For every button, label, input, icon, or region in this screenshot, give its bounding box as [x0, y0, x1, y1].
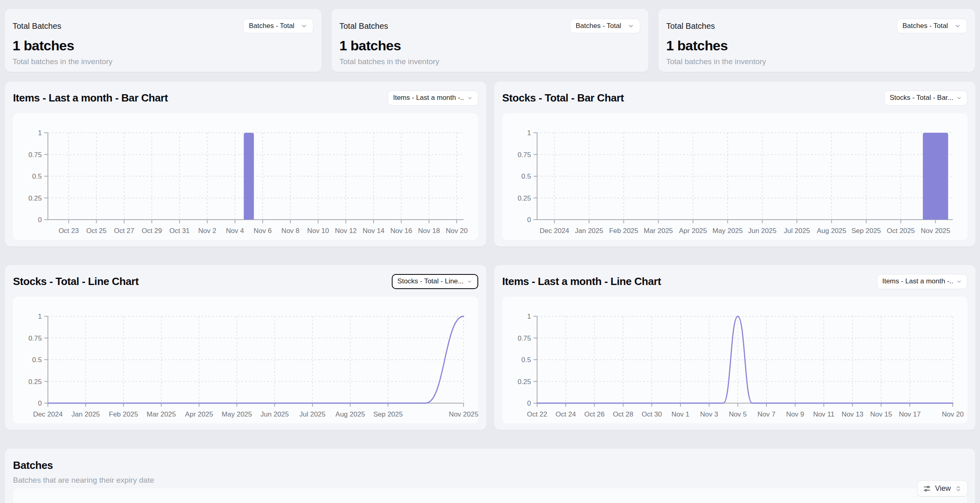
chart-card-stocks-line: Stocks - Total - Line Chart Stocks - Tot…	[5, 265, 486, 430]
svg-text:Nov 11: Nov 11	[813, 410, 835, 418]
chart-card-stocks-bar: Stocks - Total - Bar Chart Stocks - Tota…	[494, 82, 976, 246]
stat-description: Total batches in the inventory	[339, 57, 640, 66]
stat-metric-dropdown[interactable]: Batches - Total	[243, 19, 313, 33]
svg-text:Jun 2025: Jun 2025	[748, 227, 777, 235]
chart-card-header: Stocks - Total - Bar Chart Stocks - Tota…	[502, 88, 967, 108]
svg-text:Jul 2025: Jul 2025	[784, 227, 810, 235]
chart-metric-dropdown[interactable]: Items - Last a month -..	[877, 274, 967, 289]
svg-text:Mar 2025: Mar 2025	[644, 227, 673, 235]
dashboard-page: Total Batches Batches - Total 1 batches …	[0, 0, 980, 503]
svg-text:Nov 13: Nov 13	[842, 410, 863, 418]
stat-value: 1 batches	[13, 38, 313, 54]
svg-text:0.5: 0.5	[521, 356, 531, 364]
svg-text:Nov 2025: Nov 2025	[449, 410, 478, 418]
svg-text:Oct 28: Oct 28	[613, 410, 633, 418]
chart-canvas[interactable]: 00.250.50.751Oct 22Oct 24Oct 26Oct 28Oct…	[502, 297, 967, 423]
chevron-down-icon	[467, 95, 473, 101]
svg-text:Nov 3: Nov 3	[700, 410, 718, 418]
chart-title: Items - Last a month - Bar Chart	[13, 92, 168, 104]
svg-text:Sep 2025: Sep 2025	[851, 227, 881, 235]
svg-text:0.75: 0.75	[28, 151, 42, 159]
svg-text:May 2025: May 2025	[712, 227, 743, 235]
chart-metric-dropdown[interactable]: Items - Last a month -..	[388, 91, 478, 106]
svg-text:0.25: 0.25	[518, 378, 531, 386]
svg-text:Oct 26: Oct 26	[584, 410, 604, 418]
chart-dropdown-label: Items - Last a month -..	[393, 94, 464, 102]
chevrons-up-down-icon	[955, 485, 962, 492]
chart-card-header: Items - Last a month - Line Chart Items …	[502, 272, 967, 291]
stat-value: 1 batches	[666, 38, 967, 54]
svg-text:Jan 2025: Jan 2025	[575, 227, 603, 235]
svg-text:Oct 29: Oct 29	[142, 227, 162, 235]
svg-text:Mar 2025: Mar 2025	[147, 410, 176, 418]
svg-text:Nov 7: Nov 7	[758, 410, 775, 418]
chart-canvas[interactable]: 00.250.50.751Dec 2024Jan 2025Feb 2025Mar…	[13, 297, 478, 423]
svg-text:0.75: 0.75	[28, 335, 42, 342]
svg-text:Oct 25: Oct 25	[86, 227, 106, 235]
svg-text:Apr 2025: Apr 2025	[679, 227, 707, 235]
stat-metric-dropdown[interactable]: Batches - Total	[570, 19, 640, 33]
svg-text:1: 1	[527, 129, 531, 137]
svg-text:Jun 2025: Jun 2025	[261, 410, 289, 418]
view-button[interactable]: View	[917, 480, 968, 497]
svg-text:Nov 5: Nov 5	[729, 410, 747, 418]
view-button-label: View	[935, 484, 951, 493]
svg-text:0.25: 0.25	[28, 194, 42, 202]
svg-text:Dec 2024: Dec 2024	[540, 227, 569, 235]
charts-row-1: Items - Last a month - Bar Chart Items -…	[5, 82, 975, 246]
chart-title: Stocks - Total - Line Chart	[13, 275, 138, 288]
stat-label: Total Batches	[339, 22, 388, 31]
chart-canvas[interactable]: 00.250.50.751Oct 23Oct 25Oct 27Oct 29Oct…	[13, 113, 478, 240]
svg-text:0.5: 0.5	[32, 356, 42, 364]
stats-row: Total Batches Batches - Total 1 batches …	[5, 9, 975, 72]
svg-text:Nov 17: Nov 17	[899, 410, 921, 418]
bar-chart-svg: 00.250.50.751Oct 23Oct 25Oct 27Oct 29Oct…	[13, 113, 478, 240]
svg-text:Jul 2025: Jul 2025	[299, 410, 325, 418]
chevron-down-icon	[954, 22, 961, 30]
chart-card-header: Items - Last a month - Bar Chart Items -…	[13, 88, 478, 108]
svg-text:Nov 15: Nov 15	[870, 410, 892, 418]
chart-dropdown-label: Items - Last a month -..	[882, 277, 953, 285]
stat-card-total-batches-3: Total Batches Batches - Total 1 batches …	[658, 9, 975, 72]
stat-metric-dropdown[interactable]: Batches - Total	[897, 19, 967, 33]
svg-text:Nov 4: Nov 4	[226, 227, 244, 235]
chart-metric-dropdown[interactable]: Stocks - Total - Bar...	[884, 91, 967, 106]
chevron-down-icon	[627, 22, 635, 30]
svg-text:0: 0	[38, 216, 42, 224]
svg-text:1: 1	[38, 129, 42, 137]
stat-dropdown-label: Batches - Total	[249, 22, 294, 30]
svg-text:Feb 2025: Feb 2025	[109, 410, 138, 418]
svg-text:Oct 31: Oct 31	[169, 227, 190, 235]
svg-text:Nov 12: Nov 12	[335, 227, 357, 235]
svg-text:Nov 16: Nov 16	[390, 227, 412, 235]
svg-text:Nov 2025: Nov 2025	[921, 227, 950, 235]
svg-text:Jan 2025: Jan 2025	[71, 410, 100, 418]
chart-canvas[interactable]: 00.250.50.751Dec 2024Jan 2025Feb 2025Mar…	[502, 113, 967, 240]
svg-text:0.75: 0.75	[518, 335, 531, 342]
chart-card-header: Stocks - Total - Line Chart Stocks - Tot…	[13, 272, 478, 291]
svg-text:Oct 30: Oct 30	[641, 410, 662, 418]
svg-text:Nov 10: Nov 10	[307, 227, 329, 235]
chart-title: Stocks - Total - Bar Chart	[502, 92, 624, 104]
batches-table-panel	[13, 488, 967, 503]
stat-description: Total batches in the inventory	[13, 57, 313, 66]
svg-text:Nov 2: Nov 2	[198, 227, 216, 235]
svg-text:Nov 8: Nov 8	[281, 227, 299, 235]
batches-section: Batches Batches that are nearing their e…	[5, 449, 975, 503]
svg-text:Nov 9: Nov 9	[786, 410, 804, 418]
chart-title: Items - Last a month - Line Chart	[502, 275, 661, 288]
svg-text:Oct 22: Oct 22	[527, 410, 547, 418]
svg-text:Aug 2025: Aug 2025	[817, 227, 846, 235]
svg-text:1: 1	[527, 313, 531, 320]
svg-text:Nov 1: Nov 1	[671, 410, 689, 418]
stat-value: 1 batches	[339, 38, 640, 54]
svg-text:1: 1	[38, 313, 42, 320]
chart-dropdown-label: Stocks - Total - Line...	[397, 277, 464, 285]
chevron-down-icon	[300, 22, 308, 30]
stat-card-total-batches-1: Total Batches Batches - Total 1 batches …	[5, 9, 322, 72]
line-chart-svg: 00.250.50.751Dec 2024Jan 2025Feb 2025Mar…	[13, 297, 478, 423]
charts-row-2: Stocks - Total - Line Chart Stocks - Tot…	[5, 265, 975, 430]
chart-metric-dropdown[interactable]: Stocks - Total - Line...	[392, 274, 478, 289]
svg-text:Oct 23: Oct 23	[58, 227, 79, 235]
bar-chart-svg: 00.250.50.751Dec 2024Jan 2025Feb 2025Mar…	[502, 113, 967, 240]
